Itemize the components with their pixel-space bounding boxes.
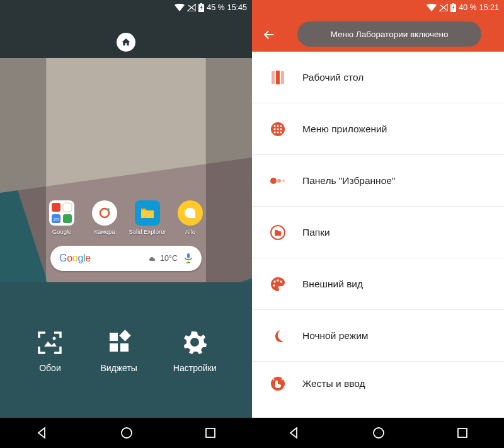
battery-percent: 40 % xyxy=(459,3,477,12)
svg-point-44 xyxy=(277,279,278,281)
back-button[interactable] xyxy=(262,28,276,42)
svg-rect-7 xyxy=(63,214,72,223)
navigation-bar xyxy=(252,418,504,448)
svg-point-48 xyxy=(374,428,384,438)
option-label: Настройки xyxy=(173,363,217,373)
widgets-icon xyxy=(105,328,134,357)
homescreen-preview[interactable]: 25 Google Камера Solid Explorer xyxy=(0,58,252,282)
svg-point-39 xyxy=(282,180,285,182)
back-nav-button[interactable] xyxy=(35,426,49,440)
battery-icon xyxy=(198,3,204,12)
toast-message: Меню Лаборатории включено xyxy=(297,21,481,47)
app-label: Google xyxy=(52,228,72,235)
next-page-shade[interactable] xyxy=(205,58,252,282)
weather-temp: 10°C xyxy=(160,254,178,263)
svg-rect-25 xyxy=(276,71,280,84)
svg-rect-42 xyxy=(275,230,278,232)
app-solid-explorer[interactable]: Solid Explorer xyxy=(132,200,163,235)
svg-point-43 xyxy=(273,280,275,282)
prev-page-shade[interactable] xyxy=(0,58,47,282)
svg-point-29 xyxy=(277,125,278,127)
mic-icon[interactable] xyxy=(184,253,193,264)
battery-percent: 45 % xyxy=(207,3,225,12)
folders-icon xyxy=(270,224,286,241)
app-label: Allo xyxy=(185,228,195,235)
toast-text: Меню Лаборатории включено xyxy=(331,30,449,39)
item-label: Панель "Избранное" xyxy=(302,175,395,187)
svg-point-37 xyxy=(270,178,277,184)
look-feel-item[interactable]: Внешний вид xyxy=(252,258,504,310)
dock-item[interactable]: Панель "Избранное" xyxy=(252,155,504,207)
recent-nav-button[interactable] xyxy=(456,427,469,439)
svg-rect-10 xyxy=(187,253,190,258)
palette-icon xyxy=(270,276,286,292)
wallpaper-icon xyxy=(35,328,64,357)
svg-rect-3 xyxy=(52,203,60,212)
settings-header: 40 % 15:21 Настройки Nova Меню Лаборатор… xyxy=(252,0,504,52)
svg-point-35 xyxy=(277,131,278,133)
svg-rect-26 xyxy=(281,71,284,84)
widgets-option[interactable]: Виджеты xyxy=(100,328,137,373)
nova-settings-screen: 40 % 15:21 Настройки Nova Меню Лаборатор… xyxy=(252,0,504,448)
app-allo[interactable]: Allo xyxy=(175,200,206,235)
wifi-icon xyxy=(427,4,437,11)
google-search-widget[interactable]: Google 10°C xyxy=(50,246,202,271)
svg-point-36 xyxy=(280,131,282,133)
clock: 15:45 xyxy=(227,3,247,12)
folders-item[interactable]: Папки xyxy=(252,207,504,258)
home-nav-button[interactable] xyxy=(120,426,134,440)
wallpaper-option[interactable]: Обои xyxy=(35,328,64,373)
svg-rect-14 xyxy=(110,333,118,341)
app-google[interactable]: 25 Google xyxy=(46,200,77,235)
app-camera[interactable]: Камера xyxy=(89,200,120,235)
svg-point-46 xyxy=(273,284,275,286)
wifi-icon xyxy=(175,4,185,11)
status-bar: 45 % 15:45 xyxy=(0,0,252,15)
svg-rect-15 xyxy=(110,343,118,352)
home-nav-button[interactable] xyxy=(372,426,386,440)
svg-rect-49 xyxy=(458,428,467,437)
cloud-icon xyxy=(148,255,157,261)
desktop-item[interactable]: Рабочий стол xyxy=(252,52,504,103)
svg-point-9 xyxy=(107,208,110,210)
launcher-edit-screen: 45 % 15:45 25 xyxy=(0,0,252,448)
svg-rect-2 xyxy=(200,3,202,4)
app-label: Камера xyxy=(94,228,115,235)
status-bar: 40 % 15:21 xyxy=(252,0,504,15)
svg-rect-41 xyxy=(275,231,281,236)
svg-rect-24 xyxy=(272,71,275,84)
svg-rect-20 xyxy=(206,428,215,437)
allo-icon xyxy=(178,200,203,226)
settings-option[interactable]: Настройки xyxy=(173,328,217,373)
signal-icon xyxy=(439,4,448,11)
recent-nav-button[interactable] xyxy=(204,427,217,439)
svg-point-31 xyxy=(273,128,275,130)
gear-icon xyxy=(180,328,209,357)
svg-point-19 xyxy=(122,428,132,438)
desktop-icon xyxy=(270,69,286,86)
google-folder-icon: 25 xyxy=(49,200,74,226)
back-nav-button[interactable] xyxy=(287,426,301,440)
clock: 15:21 xyxy=(479,3,499,12)
option-label: Виджеты xyxy=(100,363,137,373)
night-mode-item[interactable]: Ночной режим xyxy=(252,310,504,362)
app-label: Solid Explorer xyxy=(129,228,166,235)
launcher-options: Обои Виджеты Настройки xyxy=(0,282,252,418)
app-drawer-item[interactable]: Меню приложений xyxy=(252,103,504,155)
svg-rect-16 xyxy=(120,343,129,352)
svg-point-18 xyxy=(190,338,199,347)
svg-point-28 xyxy=(273,125,275,127)
camera-icon xyxy=(92,200,117,226)
item-label: Жесты и ввод xyxy=(302,378,365,389)
svg-text:25: 25 xyxy=(54,217,59,222)
weather-chip[interactable]: 10°C xyxy=(148,254,178,263)
svg-rect-23 xyxy=(452,3,454,4)
item-label: Ночной режим xyxy=(302,330,368,342)
option-label: Обои xyxy=(39,363,61,373)
google-logo: Google xyxy=(59,253,91,264)
app-drawer-icon xyxy=(270,121,286,137)
item-label: Рабочий стол xyxy=(302,72,364,83)
home-button[interactable] xyxy=(117,33,135,52)
gestures-item[interactable]: Жесты и ввод xyxy=(252,362,504,406)
edit-header xyxy=(0,15,252,58)
